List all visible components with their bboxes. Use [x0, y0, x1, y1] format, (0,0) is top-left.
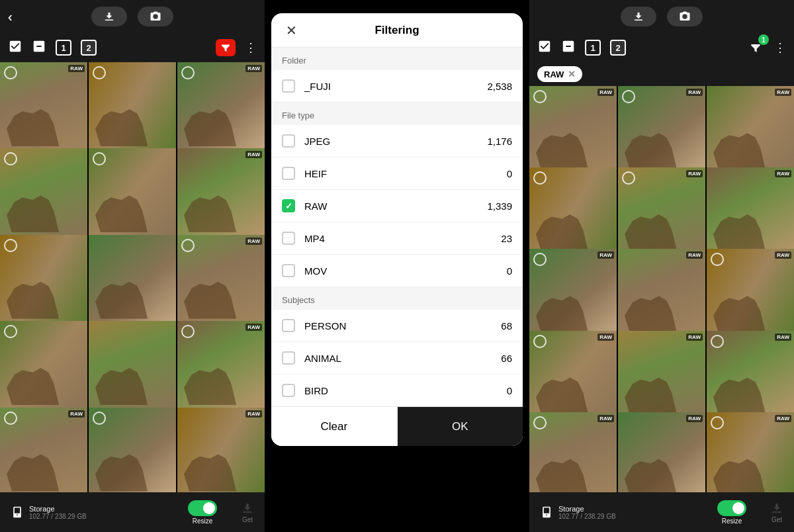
- mov-row[interactable]: MOV 0: [271, 255, 523, 287]
- raw-badge: RAW: [686, 251, 703, 259]
- left-camera-button[interactable]: [138, 7, 173, 26]
- select-circle[interactable]: [93, 66, 106, 79]
- bird-checkbox[interactable]: [282, 384, 295, 397]
- photo-cell[interactable]: RAW: [707, 331, 794, 418]
- right-select-all-icon[interactable]: [537, 39, 552, 57]
- heif-checkbox[interactable]: [282, 167, 295, 180]
- raw-badge: RAW: [686, 415, 703, 422]
- deselect-icon[interactable]: [32, 39, 46, 57]
- mp4-count: 23: [501, 233, 512, 244]
- bird-row[interactable]: BIRD 0: [271, 375, 523, 406]
- photo-cell[interactable]: [89, 408, 176, 492]
- jpeg-row[interactable]: JPEG 1,176: [271, 125, 523, 157]
- raw-badge: RAW: [597, 415, 614, 422]
- resize-toggle[interactable]: Resize: [188, 500, 217, 525]
- more-options-icon[interactable]: ⋮: [245, 40, 257, 55]
- right-num1-badge[interactable]: 1: [585, 40, 601, 56]
- select-circle[interactable]: [93, 412, 106, 425]
- select-circle[interactable]: [622, 90, 635, 103]
- raw-row[interactable]: RAW 1,339: [271, 190, 523, 222]
- camera-icon: [679, 11, 691, 22]
- clear-button[interactable]: Clear: [271, 407, 398, 446]
- mp4-row[interactable]: MP4 23: [271, 222, 523, 255]
- right-filter-badge-container: 1: [746, 38, 765, 57]
- photo-cell[interactable]: [0, 321, 87, 408]
- photo-cell[interactable]: RAW: [0, 408, 87, 492]
- get-button[interactable]: Get: [241, 502, 254, 523]
- raw-checkbox[interactable]: [282, 199, 295, 212]
- select-circle[interactable]: [533, 335, 547, 348]
- toggle-knob: [203, 502, 215, 514]
- animal-checkbox[interactable]: [282, 351, 295, 365]
- mp4-checkbox[interactable]: [282, 232, 295, 245]
- right-get-download-icon: [770, 502, 783, 515]
- raw-tag-bar: RAW ✕: [529, 62, 794, 86]
- raw-tag-close-icon[interactable]: ✕: [568, 69, 576, 79]
- right-get-button[interactable]: Get: [770, 502, 783, 523]
- photo-cell[interactable]: RAW: [177, 235, 265, 322]
- num2-badge[interactable]: 2: [81, 40, 97, 56]
- right-more-icon[interactable]: ⋮: [774, 40, 786, 55]
- select-circle[interactable]: [4, 66, 17, 79]
- right-download-button[interactable]: [621, 7, 656, 26]
- photo-cell[interactable]: [89, 321, 176, 408]
- num1-badge[interactable]: 1: [56, 40, 71, 56]
- raw-active-filter-tag[interactable]: RAW ✕: [537, 66, 582, 82]
- right-resize-toggle[interactable]: Resize: [717, 500, 746, 525]
- photo-cell[interactable]: RAW: [529, 249, 617, 336]
- select-circle[interactable]: [711, 416, 724, 429]
- right-deselect-icon[interactable]: [561, 39, 576, 57]
- photo-cell[interactable]: RAW: [529, 412, 617, 492]
- photo-cell[interactable]: RAW: [707, 167, 794, 255]
- raw-badge: RAW: [775, 333, 791, 341]
- photo-cell[interactable]: RAW: [529, 86, 617, 173]
- photo-cell[interactable]: [89, 62, 176, 150]
- photo-cell[interactable]: RAW: [707, 86, 794, 173]
- photo-cell[interactable]: [529, 167, 617, 255]
- person-row[interactable]: PERSON 68: [271, 310, 523, 342]
- photo-cell[interactable]: RAW: [618, 249, 705, 336]
- photo-cell[interactable]: RAW: [177, 408, 265, 492]
- photo-cell[interactable]: RAW: [618, 86, 705, 173]
- photo-cell[interactable]: RAW: [618, 167, 705, 255]
- fuji-checkbox[interactable]: [282, 79, 295, 93]
- photo-cell[interactable]: [0, 148, 87, 236]
- photo-cell[interactable]: RAW: [707, 249, 794, 336]
- photo-cell[interactable]: RAW: [177, 321, 265, 408]
- folder-fuji-row[interactable]: _FUJI 2,538: [271, 70, 523, 103]
- photo-cell[interactable]: [89, 235, 176, 322]
- photo-cell[interactable]: RAW: [177, 62, 265, 150]
- right-num2-badge[interactable]: 2: [610, 40, 626, 56]
- select-circle[interactable]: [4, 239, 17, 252]
- right-toggle-switch[interactable]: [717, 500, 746, 516]
- select-circle[interactable]: [533, 416, 547, 429]
- person-checkbox[interactable]: [282, 319, 295, 332]
- select-circle[interactable]: [4, 412, 17, 425]
- download-icon: [103, 11, 115, 22]
- photo-cell[interactable]: [89, 148, 176, 236]
- photo-cell[interactable]: RAW: [0, 62, 87, 150]
- photo-cell[interactable]: [0, 235, 87, 322]
- photo-cell[interactable]: RAW: [618, 412, 705, 492]
- animal-row[interactable]: ANIMAL 66: [271, 342, 523, 375]
- animal-label: ANIMAL: [304, 353, 501, 364]
- mov-checkbox[interactable]: [282, 264, 295, 277]
- select-circle[interactable]: [181, 239, 195, 252]
- select-circle[interactable]: [181, 66, 195, 79]
- right-status-bar: Storage 102.77 / 238.29 GB Resize Get: [529, 492, 794, 532]
- ok-button[interactable]: OK: [398, 407, 523, 446]
- left-download-button[interactable]: [91, 7, 127, 26]
- photo-cell[interactable]: RAW: [707, 412, 794, 492]
- photo-cell[interactable]: RAW: [177, 148, 265, 236]
- select-all-icon[interactable]: [8, 39, 22, 57]
- select-circle[interactable]: [711, 335, 724, 348]
- heif-row[interactable]: HEIF 0: [271, 157, 523, 190]
- photo-cell[interactable]: RAW: [618, 331, 705, 418]
- modal-close-button[interactable]: ✕: [282, 21, 300, 40]
- select-circle[interactable]: [533, 90, 547, 103]
- toggle-switch[interactable]: [188, 500, 217, 516]
- photo-cell[interactable]: RAW: [529, 331, 617, 418]
- right-camera-button[interactable]: [667, 7, 703, 26]
- jpeg-checkbox[interactable]: [282, 134, 295, 148]
- filter-button-active[interactable]: [216, 39, 236, 56]
